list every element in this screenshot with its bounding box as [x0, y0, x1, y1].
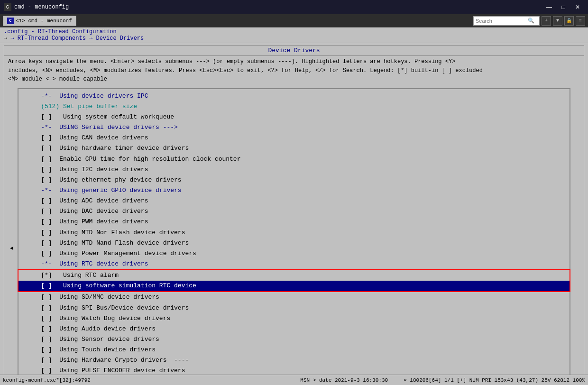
address-line2: → → RT-Thread Components → Device Driver…	[4, 35, 584, 42]
menu-item-audio[interactable]: [ ] Using Audio device drivers	[18, 324, 570, 334]
status-right: MSN > date 2021-9-3 16:30:30 « 180206[64…	[300, 377, 585, 383]
menu-item-sensor[interactable]: [ ] Using Sensor device drivers	[18, 334, 570, 345]
toolbar: C <1> cmd - menuconf 🔍 + ▼ 🔒 ≡	[0, 14, 588, 28]
address-line1: .config - RT-Thread Configuration	[4, 28, 584, 35]
window-controls: — □ ✕	[542, 2, 584, 12]
menu-item-touch[interactable]: [ ] Using Touch device drivers	[18, 345, 570, 355]
menu-item-rtc-alarm[interactable]: [*] Using RTC alarm	[18, 270, 570, 281]
menu-item-nor[interactable]: [ ] Using MTD Nor Flash device drivers	[18, 228, 570, 238]
menu-item-spi[interactable]: [ ] Using SPI Bus/Device device drivers	[18, 303, 570, 313]
search-box: 🔍	[473, 16, 540, 26]
menu-item-can[interactable]: [ ] Using CAN device drivers	[18, 133, 570, 143]
menu-item-rtc[interactable]: -*- Using RTC device drivers	[18, 259, 570, 269]
toolbar-btn-4[interactable]: ≡	[576, 16, 585, 26]
menu-list: -*- Using device drivers IPC (512) Set p…	[18, 89, 570, 385]
tab-label: <1> cmd - menuconf	[16, 18, 72, 24]
tab-icon: C	[7, 18, 14, 24]
menu-item-serial[interactable]: -*- USING Serial device drivers --->	[18, 122, 570, 133]
toolbar-btn-1[interactable]: +	[542, 16, 551, 26]
menu-item-ipc[interactable]: -*- Using device drivers IPC	[18, 91, 570, 101]
toolbar-right: 🔍 + ▼ 🔒 ≡	[473, 16, 585, 26]
app-icon: C	[4, 3, 11, 11]
menu-item-crypto[interactable]: [ ] Using Hardware Crypto drivers ----	[18, 355, 570, 366]
scroll-indicator-left: ◄	[10, 245, 13, 252]
menu-item-sdmmc[interactable]: [ ] Using SD/MMC device drivers	[18, 292, 570, 302]
menu-item-rtc-sim[interactable]: [ ] Using software simulation RTC device	[18, 281, 570, 291]
title-bar-title: cmd - menuconfig	[14, 4, 69, 10]
search-icon: 🔍	[528, 18, 534, 24]
menu-item-i2c[interactable]: [ ] Using I2C device drivers	[18, 165, 570, 175]
title-bar-left: C cmd - menuconfig	[4, 3, 69, 11]
close-button[interactable]: ✕	[571, 2, 584, 12]
title-bar: C cmd - menuconfig — □ ✕	[0, 0, 588, 14]
help-text-line2: includes, <N> excludes, <M> modularizes …	[8, 66, 580, 75]
menu-item-power[interactable]: [ ] Using Power Management device driver…	[18, 248, 570, 259]
menu-item-nand[interactable]: [ ] Using MTD Nand Flash device drivers	[18, 238, 570, 248]
menu-item-pipe[interactable]: (512) Set pipe buffer size	[18, 101, 570, 112]
rtc-highlighted-section: [*] Using RTC alarm [ ] Using software s…	[18, 269, 570, 292]
device-drivers-title: Device Drivers	[268, 47, 320, 54]
status-bar: kconfig-mconf.exe*[32]:49792 MSN > date …	[0, 375, 588, 385]
toolbar-btn-2[interactable]: ▼	[553, 16, 562, 26]
menu-item-adc[interactable]: [ ] Using ADC device drivers	[18, 196, 570, 206]
tab-item[interactable]: C <1> cmd - menuconf	[3, 16, 76, 26]
menu-item-watchdog[interactable]: [ ] Using Watch Dog device drivers	[18, 313, 570, 324]
menu-item-workqueue[interactable]: [ ] Using system default workqueue	[18, 112, 570, 122]
menu-item-eth[interactable]: [ ] Using ethernet phy device drivers	[18, 175, 570, 185]
menu-item-timer[interactable]: [ ] Using hardware timer device drivers	[18, 143, 570, 154]
minimize-button[interactable]: —	[542, 2, 556, 12]
status-left: kconfig-mconf.exe*[32]:49792	[3, 377, 91, 383]
help-text-line1: Arrow keys navigate the menu. <Enter> se…	[8, 57, 580, 66]
help-text-line3: <M> module < > module capable	[8, 75, 580, 84]
menu-item-pwm[interactable]: [ ] Using PWM device drivers	[18, 217, 570, 227]
menu-item-gpio[interactable]: -*- Using generic GPIO device drivers	[18, 185, 570, 196]
toolbar-btn-3[interactable]: 🔒	[564, 16, 574, 26]
address-bar: .config - RT-Thread Configuration → → RT…	[0, 28, 588, 43]
menu-item-dac[interactable]: [ ] Using DAC device drivers	[18, 206, 570, 217]
maximize-button[interactable]: □	[557, 2, 570, 12]
search-input[interactable]	[476, 18, 528, 24]
menu-item-cpu[interactable]: [ ] Enable CPU time for high resolution …	[18, 154, 570, 165]
